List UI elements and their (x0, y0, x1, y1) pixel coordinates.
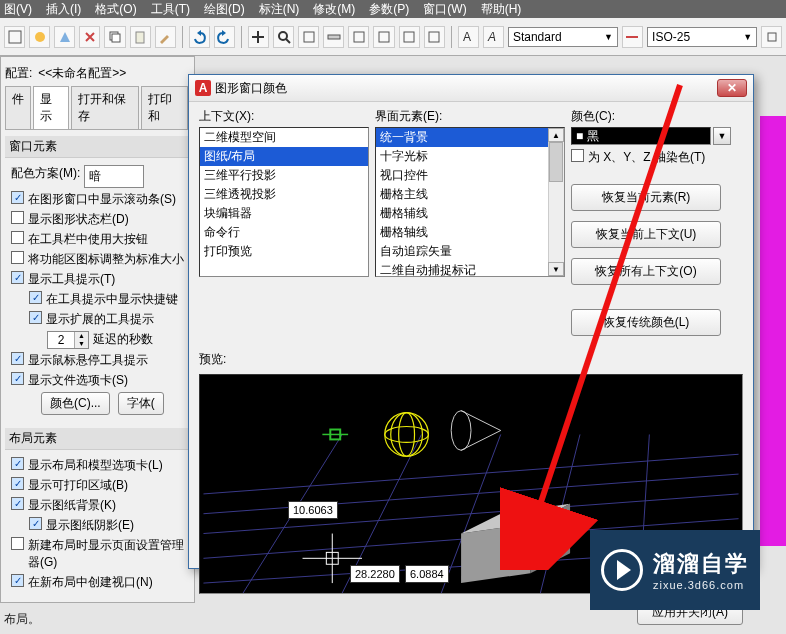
list-item[interactable]: 三维平行投影 (200, 166, 368, 185)
scroll-up-icon[interactable]: ▲ (548, 128, 564, 142)
dialog-title: 图形窗口颜色 (215, 80, 287, 97)
menu-tools[interactable]: 工具(T) (151, 1, 190, 18)
svg-line-36 (461, 430, 501, 450)
chk-paper-shadow[interactable] (29, 517, 42, 530)
list-item[interactable]: 二维自动捕捉标记 (376, 261, 564, 277)
chk-pagesetup[interactable] (11, 537, 24, 550)
chk-hover-tooltip[interactable] (11, 352, 24, 365)
restore-all-button[interactable]: 恢复所有上下文(O) (571, 258, 721, 285)
menu-dimension[interactable]: 标注(N) (259, 1, 300, 18)
list-item[interactable]: 二维模型空间 (200, 128, 368, 147)
pan-icon[interactable] (248, 26, 269, 48)
svg-rect-0 (9, 31, 21, 43)
undo-icon[interactable] (189, 26, 210, 48)
tool-icon-2[interactable] (29, 26, 50, 48)
tool-icon-d[interactable] (373, 26, 394, 48)
chk-layout-tabs[interactable] (11, 457, 24, 470)
chk-xyz-tint[interactable] (571, 149, 584, 162)
svg-rect-5 (136, 32, 144, 43)
tab-opensave[interactable]: 打开和保存 (71, 86, 140, 129)
chk-viewport[interactable] (11, 574, 24, 587)
chk-printable[interactable] (11, 477, 24, 490)
zoom-icon[interactable] (273, 26, 294, 48)
svg-rect-13 (379, 32, 389, 42)
iso-dropdown[interactable]: ISO-25 ▼ (647, 27, 757, 47)
chk-tooltip-ext[interactable] (29, 311, 42, 324)
scheme-dropdown[interactable]: 暗 (84, 165, 144, 188)
cut-icon[interactable] (79, 26, 100, 48)
list-item[interactable]: 栅格辅线 (376, 204, 564, 223)
chk-paper-bg[interactable] (11, 497, 24, 510)
menu-format[interactable]: 格式(O) (95, 1, 136, 18)
color-button[interactable]: 颜色(C)... (41, 392, 110, 415)
restore-classic-button[interactable]: 恢复传统颜色(L) (571, 309, 721, 336)
tool-icon-b[interactable] (323, 26, 344, 48)
list-item[interactable]: 视口控件 (376, 166, 564, 185)
close-button[interactable]: ✕ (717, 79, 747, 97)
list-item[interactable]: 命令行 (200, 223, 368, 242)
menu-window[interactable]: 窗口(W) (423, 1, 466, 18)
chk-ribbon-size[interactable] (11, 251, 24, 264)
main-menubar: 图(V) 插入(I) 格式(O) 工具(T) 绘图(D) 标注(N) 修改(M)… (0, 0, 786, 18)
brush-icon[interactable] (155, 26, 176, 48)
redo-icon[interactable] (214, 26, 235, 48)
tool-icon-1[interactable] (4, 26, 25, 48)
chk-scrollbars[interactable] (11, 191, 24, 204)
style-dropdown[interactable]: Standard ▼ (508, 27, 618, 47)
paste-icon[interactable] (130, 26, 151, 48)
elements-list[interactable]: 统一背景 十字光标 视口控件 栅格主线 栅格辅线 栅格轴线 自动追踪矢量 二维自… (375, 127, 565, 277)
restore-context-button[interactable]: 恢复当前上下文(U) (571, 221, 721, 248)
color-dropdown[interactable]: ■ 黑 (571, 127, 711, 145)
tool-icon-a[interactable] (298, 26, 319, 48)
list-item[interactable]: 打印预览 (200, 242, 368, 261)
list-item[interactable]: 栅格主线 (376, 185, 564, 204)
svg-line-21 (203, 474, 738, 514)
menu-modify[interactable]: 修改(M) (313, 1, 355, 18)
font-button[interactable]: 字体( (118, 392, 164, 415)
svg-rect-11 (328, 35, 340, 39)
menu-draw[interactable]: 绘图(D) (204, 1, 245, 18)
context-list[interactable]: 二维模型空间 图纸/布局 三维平行投影 三维透视投影 块编辑器 命令行 打印预览 (199, 127, 369, 277)
options-tabs: 件 显示 打开和保存 打印和 (5, 86, 190, 130)
dim-icon[interactable] (622, 26, 643, 48)
context-label: 上下文(X): (199, 108, 369, 125)
chk-tooltips[interactable] (11, 271, 24, 284)
menu-params[interactable]: 参数(P) (369, 1, 409, 18)
chk-tooltip-shortcut[interactable] (29, 291, 42, 304)
svg-line-35 (461, 411, 501, 431)
list-item[interactable]: 统一背景 (376, 128, 564, 147)
menu-view[interactable]: 图(V) (4, 1, 32, 18)
list-item[interactable]: 栅格轴线 (376, 223, 564, 242)
chk-large-icons[interactable] (11, 231, 24, 244)
chk-file-tabs[interactable] (11, 372, 24, 385)
tool-icon-3[interactable] (54, 26, 75, 48)
svg-marker-6 (197, 30, 201, 36)
copy-icon[interactable] (104, 26, 125, 48)
svg-rect-10 (304, 32, 314, 42)
scrollbar-thumb[interactable] (549, 142, 563, 182)
restore-element-button[interactable]: 恢复当前元素(R) (571, 184, 721, 211)
dialog-titlebar[interactable]: A 图形窗口颜色 ✕ (189, 75, 753, 102)
chevron-down-icon[interactable]: ▼ (713, 127, 731, 145)
scroll-down-icon[interactable]: ▼ (548, 262, 564, 276)
tab-file[interactable]: 件 (5, 86, 31, 129)
delay-seconds-input[interactable]: 2 ▲▼ (47, 331, 89, 349)
list-item[interactable]: 十字光标 (376, 147, 564, 166)
chevron-down-icon: ▼ (743, 32, 752, 42)
text-style-icon[interactable]: A (483, 26, 504, 48)
watermark-badge: 溜溜自学 zixue.3d66.com (590, 530, 760, 610)
menu-help[interactable]: 帮助(H) (481, 1, 522, 18)
tool-icon-f[interactable] (424, 26, 445, 48)
tool-icon-z[interactable] (761, 26, 782, 48)
tool-icon-c[interactable] (348, 26, 369, 48)
list-item[interactable]: 图纸/布局 (200, 147, 368, 166)
list-item[interactable]: 块编辑器 (200, 204, 368, 223)
chk-statusbar[interactable] (11, 211, 24, 224)
tool-icon-g[interactable]: A (458, 26, 479, 48)
list-item[interactable]: 自动追踪矢量 (376, 242, 564, 261)
menu-insert[interactable]: 插入(I) (46, 1, 81, 18)
tab-print[interactable]: 打印和 (141, 86, 188, 129)
list-item[interactable]: 三维透视投影 (200, 185, 368, 204)
tab-display[interactable]: 显示 (33, 86, 69, 129)
tool-icon-e[interactable] (399, 26, 420, 48)
